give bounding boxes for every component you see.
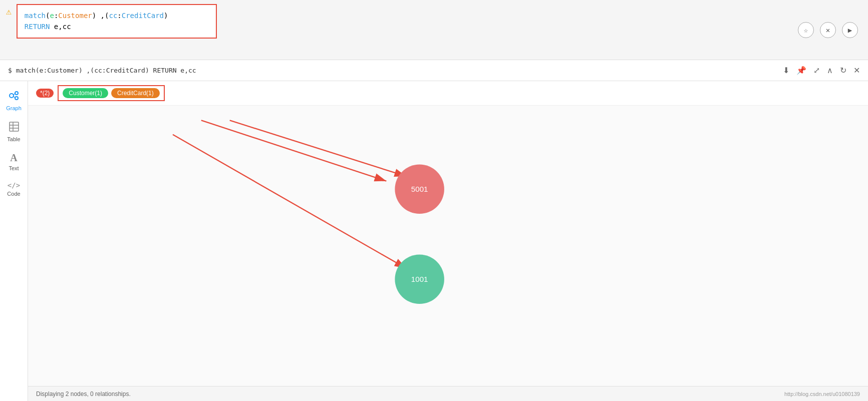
close-query-button[interactable]: ✕ (853, 66, 860, 75)
arrow-1 (230, 120, 406, 176)
download-button[interactable]: ⬇ (783, 66, 789, 75)
graph-svg: 5001 1001 (28, 106, 868, 386)
svg-rect-5 (10, 122, 19, 131)
code-line-1: match(e:Customer) ,(cc:CreditCard) (25, 10, 209, 21)
svg-point-2 (15, 97, 18, 100)
editor-bar: ⚠ match(e:Customer) ,(cc:CreditCard) RET… (0, 0, 868, 60)
sidebar-graph-label: Graph (6, 105, 22, 111)
refresh-button[interactable]: ↻ (840, 66, 846, 75)
collapse-button[interactable]: ∧ (827, 66, 833, 75)
status-url: http://blog.csdn.net/u01080139 (784, 391, 860, 397)
status-bar: Displaying 2 nodes, 0 relationships. htt… (28, 386, 868, 401)
top-right-actions: ☆ ✕ ▶ (798, 22, 858, 38)
play-button[interactable]: ▶ (842, 22, 858, 38)
kw-cc: cc (109, 12, 117, 20)
kw-return: RETURN (25, 23, 50, 31)
sidebar-item-text[interactable]: A Text (0, 147, 28, 176)
sidebar-table-label: Table (7, 136, 20, 142)
svg-line-3 (14, 94, 15, 95)
pin-button[interactable]: 📌 (796, 66, 806, 75)
svg-point-0 (10, 94, 14, 98)
svg-line-4 (14, 97, 15, 98)
node-1001-label: 1001 (411, 275, 428, 283)
graph-icon (9, 90, 20, 104)
table-icon (9, 121, 20, 135)
graph-area: 5001 1001 (28, 106, 868, 386)
node-5001-label: 5001 (411, 185, 428, 193)
arrow-2 (201, 120, 387, 181)
sidebar-item-table[interactable]: Table (0, 116, 28, 147)
arrow-3 (173, 135, 406, 268)
query-actions: ⬇ 📌 ⤢ ∧ ↻ ✕ (783, 66, 860, 75)
sidebar-item-code[interactable]: </> Code (0, 176, 28, 202)
sidebar-text-label: Text (9, 165, 19, 171)
main-content: Graph Table A Text </> Code *(2) (0, 81, 868, 401)
filter-bar: *(2) Customer(1) CreditCard(1) (28, 81, 868, 106)
svg-point-1 (15, 92, 18, 95)
creditcard-tag[interactable]: CreditCard(1) (111, 88, 160, 98)
kw-customer: Customer (58, 12, 92, 20)
sidebar-item-graph[interactable]: Graph (0, 85, 28, 116)
close-button[interactable]: ✕ (820, 22, 836, 38)
code-icon: </> (8, 181, 20, 189)
query-text: $ match(e:Customer) ,(cc:CreditCard) RET… (8, 67, 196, 74)
graph-canvas: *(2) Customer(1) CreditCard(1) (28, 81, 868, 401)
expand-button[interactable]: ⤢ (813, 66, 820, 75)
sidebar-code-label: Code (7, 191, 20, 197)
kw-creditcard: CreditCard (122, 12, 164, 20)
count-badge: *(2) (36, 89, 54, 98)
code-editor[interactable]: match(e:Customer) ,(cc:CreditCard) RETUR… (17, 4, 217, 39)
customer-tag[interactable]: Customer(1) (63, 88, 108, 98)
text-icon: A (10, 152, 17, 164)
sidebar: Graph Table A Text </> Code (0, 81, 28, 401)
kw-match: match (25, 12, 46, 20)
star-button[interactable]: ☆ (798, 22, 814, 38)
query-bar: $ match(e:Customer) ,(cc:CreditCard) RET… (0, 60, 868, 81)
status-text: Displaying 2 nodes, 0 relationships. (36, 390, 131, 397)
kw-e: e (50, 12, 54, 20)
code-line-2: RETURN e,cc (25, 21, 209, 32)
warning-icon: ⚠ (6, 6, 12, 17)
filter-tags: Customer(1) CreditCard(1) (58, 85, 164, 101)
